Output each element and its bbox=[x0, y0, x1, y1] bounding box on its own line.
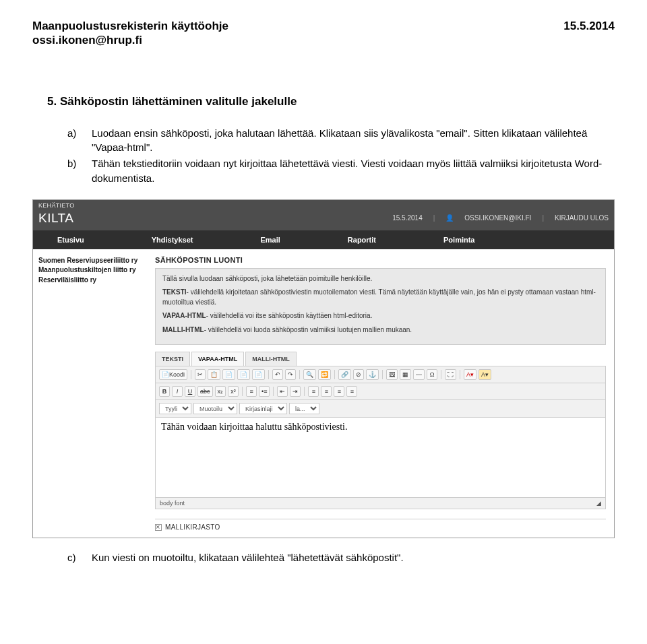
bgcolor-icon[interactable]: A▾ bbox=[479, 369, 491, 380]
doc-email: ossi.ikonen@hrup.fi bbox=[32, 33, 228, 47]
info-box: Tällä sivulla luodaan sähköposti, joka l… bbox=[155, 268, 606, 346]
step-c: c) Kun viesti on muotoiltu, klikataan vä… bbox=[67, 550, 611, 565]
indent-icon[interactable]: ⇥ bbox=[290, 386, 301, 397]
source-button[interactable]: 📄 Koodi bbox=[159, 369, 187, 380]
tab-teksti[interactable]: TEKSTI bbox=[155, 352, 190, 366]
main-heading: SÄHKÖPOSTIN LUONTI bbox=[155, 256, 606, 264]
editor-tabs: TEKSTI VAPAA-HTML MALLI-HTML bbox=[155, 352, 606, 366]
mallikirjasto-checkbox[interactable] bbox=[155, 524, 162, 531]
step-b: b) Tähän tekstieditoriin voidaan nyt kir… bbox=[67, 156, 611, 186]
link-icon[interactable]: 🔗 bbox=[338, 369, 351, 380]
app-user[interactable]: OSSI.IKONEN@IKI.FI bbox=[464, 214, 531, 222]
nav-poiminta[interactable]: Poiminta bbox=[443, 236, 474, 244]
app-sidebar: Suomen Reserviupseeriliitto ry Maanpuolu… bbox=[33, 249, 151, 538]
info-p3-text: - välilehdellä voi itse sähköpostin käyt… bbox=[206, 312, 373, 319]
document-header: Maanpuolustusrekisterin käyttöohje ossi.… bbox=[32, 19, 615, 48]
doc-title: Maanpuolustusrekisterin käyttöohje bbox=[32, 19, 228, 33]
nav-etusivu[interactable]: Etusivu bbox=[57, 236, 84, 244]
font-select[interactable]: Kirjasinlaji bbox=[239, 403, 287, 414]
info-p4-text: - välilehdellä voi luoda sähköpostin val… bbox=[204, 326, 412, 333]
maximize-icon[interactable]: ⛶ bbox=[445, 369, 456, 380]
size-select[interactable]: la... bbox=[289, 403, 319, 414]
sidebar-item[interactable]: Maanpuolustuskiltojen liitto ry bbox=[38, 265, 146, 276]
info-p1: Tällä sivulla luodaan sähköposti, joka l… bbox=[162, 274, 598, 284]
step-a: a) Luodaan ensin sähköposti, joka haluta… bbox=[67, 126, 611, 156]
align-right-icon[interactable]: ≡ bbox=[334, 386, 344, 397]
resize-handle-icon[interactable]: ◢ bbox=[596, 500, 601, 507]
numberedlist-icon[interactable]: ≡ bbox=[246, 386, 257, 397]
user-icon: 👤 bbox=[445, 214, 454, 222]
image-icon[interactable]: 🖼 bbox=[386, 369, 398, 380]
app-screenshot: KEHÄTIETO KILTA 15.5.2014 | 👤 OSSI.IKONE… bbox=[32, 199, 615, 539]
doc-date: 15.5.2014 bbox=[563, 19, 615, 48]
app-toplabel: KEHÄTIETO bbox=[33, 200, 614, 210]
logout-link[interactable]: KIRJAUDU ULOS bbox=[555, 214, 609, 222]
anchor-icon[interactable]: ⚓ bbox=[366, 369, 379, 380]
step-c-text: Kun viesti on muotoiltu, klikataan välil… bbox=[92, 550, 404, 565]
copy-icon[interactable]: 📋 bbox=[208, 369, 220, 380]
step-a-text: Luodaan ensin sähköposti, joka halutaan … bbox=[92, 126, 611, 156]
align-center-icon[interactable]: ≡ bbox=[321, 386, 332, 397]
section-number: 5. bbox=[47, 95, 57, 108]
replace-icon[interactable]: 🔁 bbox=[318, 369, 331, 380]
unlink-icon[interactable]: ⊘ bbox=[353, 369, 364, 380]
section-heading: 5. Sähköpostin lähettäminen valitulle ja… bbox=[32, 95, 615, 108]
align-justify-icon[interactable]: ≡ bbox=[346, 386, 357, 397]
editor-toolbar-row2: B I U abc x₂ x² ≡ •≡ ⇤ ⇥ ≡ ≡ bbox=[156, 383, 605, 400]
hr-icon[interactable]: — bbox=[413, 369, 425, 380]
strike-icon[interactable]: abc bbox=[197, 386, 213, 397]
mallikirjasto-section: MALLIKIRJASTO bbox=[155, 519, 606, 531]
style-select[interactable]: Tyyli bbox=[159, 403, 191, 414]
step-b-text: Tähän tekstieditoriin voidaan nyt kirjoi… bbox=[92, 156, 611, 186]
editor-toolbar-row1: 📄 Koodi ✂ 📋 📄 📄 📄 ↶ ↷ 🔍 🔁 bbox=[156, 366, 605, 383]
sidebar-item[interactable]: Suomen Reserviupseeriliitto ry bbox=[38, 256, 146, 266]
italic-icon[interactable]: I bbox=[172, 386, 183, 397]
app-nav: Etusivu Yhdistykset Email Raportit Poimi… bbox=[33, 230, 614, 249]
specialchar-icon[interactable]: Ω bbox=[427, 369, 437, 380]
format-select[interactable]: Muotoilu bbox=[193, 403, 237, 414]
sidebar-item[interactable]: Reserviläisliitto ry bbox=[38, 276, 146, 286]
editor-path: body font bbox=[160, 500, 185, 507]
outdent-icon[interactable]: ⇤ bbox=[277, 386, 288, 397]
underline-icon[interactable]: U bbox=[185, 386, 195, 397]
info-p3-label: VAPAA-HTML bbox=[162, 312, 206, 319]
editor-textarea[interactable]: Tähän voidaan kirjoittaa haluttu sähköpo… bbox=[156, 418, 605, 497]
step-a-marker: a) bbox=[67, 126, 84, 156]
editor-toolbar-row3: Tyyli Muotoilu Kirjasinlaji la... bbox=[156, 400, 605, 418]
cut-icon[interactable]: ✂ bbox=[195, 369, 206, 380]
subscript-icon[interactable]: x₂ bbox=[215, 386, 226, 397]
paste-icon[interactable]: 📄 bbox=[222, 369, 235, 380]
redo-icon[interactable]: ↷ bbox=[285, 369, 296, 380]
undo-icon[interactable]: ↶ bbox=[272, 369, 283, 380]
align-left-icon[interactable]: ≡ bbox=[308, 386, 319, 397]
nav-raportit[interactable]: Raportit bbox=[348, 236, 376, 244]
tab-vapaa-html[interactable]: VAPAA-HTML bbox=[191, 352, 244, 366]
mallikirjasto-label: MALLIKIRJASTO bbox=[165, 523, 220, 531]
separator: | bbox=[433, 214, 435, 222]
find-icon[interactable]: 🔍 bbox=[303, 369, 316, 380]
bold-icon[interactable]: B bbox=[159, 386, 170, 397]
table-icon[interactable]: ▦ bbox=[400, 369, 411, 380]
section-title-text: Sähköpostin lähettäminen valitulle jakel… bbox=[60, 95, 297, 108]
html-editor: 📄 Koodi ✂ 📋 📄 📄 📄 ↶ ↷ 🔍 🔁 bbox=[155, 366, 606, 509]
app-brand: KILTA bbox=[38, 211, 73, 226]
superscript-icon[interactable]: x² bbox=[228, 386, 239, 397]
bulletlist-icon[interactable]: •≡ bbox=[259, 386, 270, 397]
info-p2-text: - välilehdellä kirjoitetaan sähköpostivi… bbox=[162, 288, 596, 306]
info-p2-label: TEKSTI bbox=[162, 288, 187, 296]
paste-text-icon[interactable]: 📄 bbox=[237, 369, 250, 380]
info-p4-label: MALLI-HTML bbox=[162, 326, 204, 333]
app-date: 15.5.2014 bbox=[392, 214, 423, 222]
step-c-marker: c) bbox=[67, 550, 84, 565]
nav-email[interactable]: Email bbox=[260, 236, 280, 244]
tab-malli-html[interactable]: MALLI-HTML bbox=[245, 352, 296, 366]
step-b-marker: b) bbox=[67, 156, 84, 186]
separator: | bbox=[542, 214, 544, 222]
nav-yhdistykset[interactable]: Yhdistykset bbox=[152, 236, 193, 244]
paste-word-icon[interactable]: 📄 bbox=[252, 369, 265, 380]
textcolor-icon[interactable]: A▾ bbox=[464, 369, 476, 380]
